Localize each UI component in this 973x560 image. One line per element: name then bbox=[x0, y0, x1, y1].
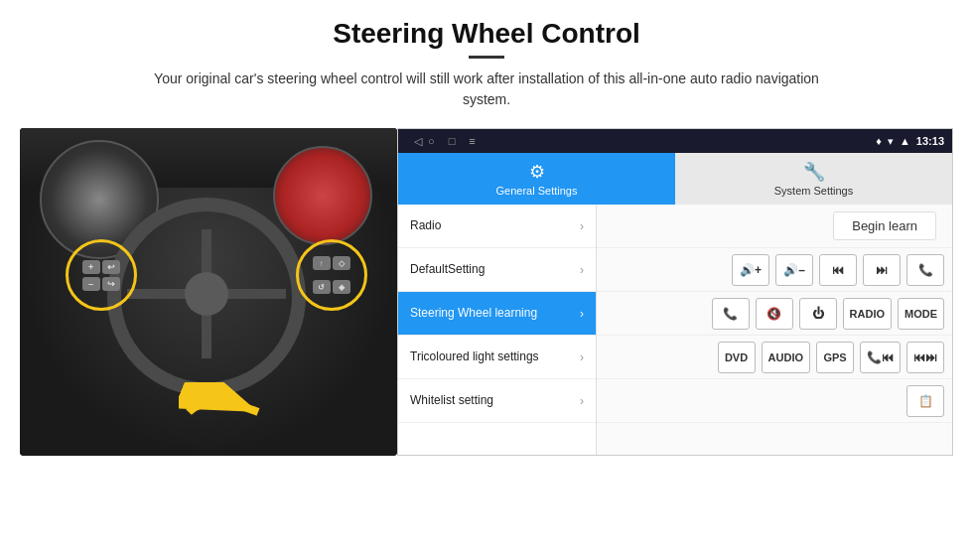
nav-recent: □ bbox=[449, 135, 456, 147]
call-button[interactable]: 📞 bbox=[712, 298, 750, 330]
tab-general-label: General Settings bbox=[496, 185, 578, 197]
nav-menu: ≡ bbox=[469, 135, 475, 147]
tab-system[interactable]: 🔧 System Settings bbox=[675, 153, 952, 205]
android-panel: ◁ ○ □ ≡ ♦ ▾ ▲ 13:13 ⚙ General Settings 🔧… bbox=[397, 128, 953, 456]
subtitle: Your original car's steering wheel contr… bbox=[129, 69, 844, 110]
power-button[interactable]: ⏻ bbox=[799, 298, 837, 330]
menu-item-radio[interactable]: Radio › bbox=[398, 205, 596, 248]
chevron-icon: › bbox=[580, 263, 584, 277]
menu-item-steering[interactable]: Steering Wheel learning › bbox=[398, 292, 596, 336]
tab-general[interactable]: ⚙ General Settings bbox=[398, 153, 675, 205]
chevron-icon: › bbox=[580, 307, 584, 321]
menu-item-tricolour[interactable]: Tricoloured light settings › bbox=[398, 336, 596, 379]
tab-system-label: System Settings bbox=[774, 185, 853, 197]
gps-button[interactable]: GPS bbox=[816, 342, 854, 373]
list-edit-button[interactable]: 📋 bbox=[906, 385, 944, 417]
panel-body: Radio › DefaultSetting › Steering Wheel … bbox=[398, 205, 952, 455]
btn-circle-right: ↑ ◇ ↺ ◈ bbox=[296, 239, 367, 311]
vol-up-button[interactable]: 🔊+ bbox=[732, 254, 769, 286]
begin-learn-button[interactable]: Begin learn bbox=[833, 211, 936, 240]
phone-button[interactable]: 📞 bbox=[906, 254, 944, 286]
status-time: 13:13 bbox=[916, 135, 944, 147]
system-icon: 🔧 bbox=[803, 161, 825, 183]
begin-learn-row: Begin learn bbox=[597, 205, 952, 248]
dvd-button[interactable]: DVD bbox=[718, 342, 756, 373]
car-image-container: + ↩ – ↪ ↑ ◇ ↺ ◈ bbox=[20, 128, 397, 456]
sw-center bbox=[185, 272, 228, 316]
vol-down-button[interactable]: 🔊– bbox=[775, 254, 813, 286]
mode-button[interactable]: MODE bbox=[898, 298, 944, 330]
header-section: Steering Wheel Control Your original car… bbox=[0, 0, 973, 118]
skip-button[interactable]: ⏮⏭ bbox=[906, 342, 944, 373]
ctrl-row-4: 📋 bbox=[597, 379, 952, 423]
radio-button[interactable]: RADIO bbox=[843, 298, 892, 330]
audio-button[interactable]: AUDIO bbox=[762, 342, 810, 373]
title-divider bbox=[469, 56, 504, 59]
location-icon: ♦ bbox=[876, 135, 882, 147]
steering-wheel-bg: + ↩ – ↪ ↑ ◇ ↺ ◈ bbox=[20, 128, 397, 456]
menu-item-whitelist[interactable]: Whitelist setting › bbox=[398, 379, 596, 423]
arrow-overlay bbox=[179, 382, 278, 446]
page-title: Steering Wheel Control bbox=[60, 18, 913, 50]
phone-prev-button[interactable]: 📞⏮ bbox=[860, 342, 901, 373]
wifi-icon: ▾ bbox=[888, 135, 894, 148]
page-wrapper: Steering Wheel Control Your original car… bbox=[0, 0, 973, 560]
left-menu: Radio › DefaultSetting › Steering Wheel … bbox=[398, 205, 597, 455]
battery-icon: ▲ bbox=[900, 135, 910, 147]
content-area: + ↩ – ↪ ↑ ◇ ↺ ◈ bbox=[20, 128, 953, 560]
ctrl-row-1: 🔊+ 🔊– ⏮ ⏭ 📞 bbox=[597, 248, 952, 292]
nav-home: ○ bbox=[428, 135, 435, 147]
chevron-icon: › bbox=[580, 394, 584, 408]
status-bar: ◁ ○ □ ≡ ♦ ▾ ▲ 13:13 bbox=[398, 129, 952, 153]
right-panel: Begin learn 🔊+ 🔊– ⏮ ⏭ 📞 📞 🔇 ⏻ bbox=[597, 205, 952, 455]
gear-icon: ⚙ bbox=[529, 161, 545, 183]
mute-button[interactable]: 🔇 bbox=[756, 298, 793, 330]
btn-circle-left: + ↩ – ↪ bbox=[66, 239, 137, 311]
chevron-icon: › bbox=[580, 219, 584, 233]
ctrl-row-2: 📞 🔇 ⏻ RADIO MODE bbox=[597, 292, 952, 336]
prev-track-button[interactable]: ⏮ bbox=[819, 254, 857, 286]
tab-bar: ⚙ General Settings 🔧 System Settings bbox=[398, 153, 952, 205]
menu-item-default[interactable]: DefaultSetting › bbox=[398, 248, 596, 292]
chevron-icon: › bbox=[580, 350, 584, 364]
nav-back: ◁ bbox=[414, 135, 422, 148]
next-track-button[interactable]: ⏭ bbox=[863, 254, 901, 286]
ctrl-row-3: DVD AUDIO GPS 📞⏮ ⏮⏭ bbox=[597, 336, 952, 379]
